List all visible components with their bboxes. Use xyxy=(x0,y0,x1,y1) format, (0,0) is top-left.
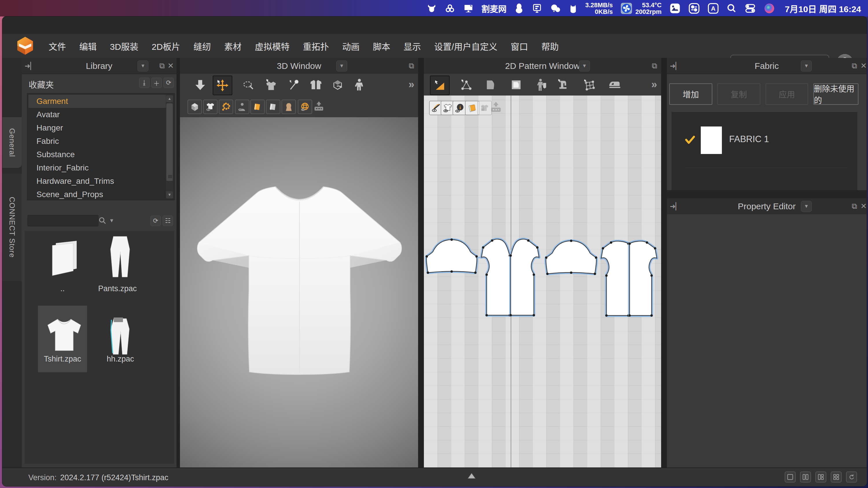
close-icon[interactable]: ✕ xyxy=(859,61,867,70)
menu-retopology[interactable]: 重拓扑 xyxy=(303,40,329,52)
fabric-panel-header[interactable]: ➜▏ Fabric ▼ ⧉ ✕ xyxy=(667,58,867,74)
expand-timeline-icon[interactable] xyxy=(467,472,476,480)
avatar-skin-button[interactable] xyxy=(281,99,296,114)
refresh-icon[interactable]: ⟳ xyxy=(163,78,174,88)
menu-settings[interactable]: 设置/用户自定义 xyxy=(434,40,497,52)
layout-quad-button[interactable] xyxy=(831,471,842,483)
display-icon[interactable] xyxy=(463,3,474,14)
siri-icon[interactable] xyxy=(764,3,775,14)
screen-share-icon[interactable] xyxy=(531,3,542,14)
file-label[interactable]: Pants.zpac xyxy=(86,284,149,293)
folder-garment[interactable]: Garment xyxy=(28,95,173,108)
3d-window-dropdown-button[interactable]: ▼ xyxy=(336,60,347,71)
tshirt-3d-model[interactable] xyxy=(180,117,418,467)
fabric-list-item[interactable]: FABRIC 1 xyxy=(672,124,857,158)
close-icon[interactable]: ✕ xyxy=(166,61,175,70)
pattern-pieces-canvas[interactable] xyxy=(424,95,661,467)
layout-two-pane-button[interactable] xyxy=(800,471,811,483)
menu-animation[interactable]: 动画 xyxy=(342,40,360,52)
layout-reset-button[interactable] xyxy=(846,471,857,483)
tab-general[interactable]: General xyxy=(2,117,22,168)
menubar-clock[interactable]: 7月10日 周四 16:24 xyxy=(785,2,861,15)
bull-icon[interactable] xyxy=(427,3,437,14)
folder-hardware-and-trims[interactable]: Hardware_and_Trims xyxy=(28,175,173,188)
scroll-up-icon[interactable]: ▲ xyxy=(166,95,173,102)
menu-sewing[interactable]: 缝纫 xyxy=(193,40,211,52)
list-view-icon[interactable]: ☷ xyxy=(163,216,173,226)
tshirt-thumbnail[interactable] xyxy=(42,315,86,355)
fan-widget[interactable]: 53.4°C 2002rpm xyxy=(620,3,662,14)
fabric-delete-unused-button[interactable]: 删除未使用的 xyxy=(813,83,859,105)
network-speed[interactable]: 3.28MB/s 0KB/s xyxy=(585,2,613,15)
select-garment-tool[interactable] xyxy=(262,75,280,94)
menu-avatar[interactable]: 虚拟模特 xyxy=(255,40,290,52)
popout-icon[interactable]: ⧉ xyxy=(850,61,859,70)
create-rectangle-tool[interactable] xyxy=(507,75,525,94)
tab-connect-store[interactable]: CONNECT Store xyxy=(2,174,22,281)
simulate-button[interactable] xyxy=(191,75,210,94)
arrange-clothes-tool[interactable] xyxy=(307,75,325,94)
menu-3d-garment[interactable]: 3D服装 xyxy=(110,40,138,52)
edit-pattern-tool[interactable] xyxy=(457,75,476,94)
search-icon[interactable] xyxy=(98,216,106,224)
select-lasso-tool[interactable] xyxy=(239,75,257,94)
fabric-dropdown-button[interactable]: ▼ xyxy=(801,60,812,71)
close-icon[interactable]: ✕ xyxy=(859,202,867,210)
menu-window[interactable]: 窗口 xyxy=(511,40,528,52)
library-dropdown-button[interactable]: ▼ xyxy=(137,60,148,71)
pants-thumbnail[interactable] xyxy=(104,234,136,280)
menu-help[interactable]: 帮助 xyxy=(541,40,559,52)
pattern-on-avatar-tool[interactable] xyxy=(532,75,551,94)
folder-substance[interactable]: Substance xyxy=(28,148,173,161)
pattern-piece-back-body[interactable] xyxy=(601,241,657,317)
wechat-icon[interactable] xyxy=(550,3,561,14)
download-icon[interactable]: ⭳ xyxy=(139,78,150,88)
library-header[interactable]: ➜▏ Library ▼ ⧉ ✕ xyxy=(22,58,177,74)
pattern-piece-front-body[interactable] xyxy=(482,239,539,316)
menu-edit[interactable]: 编辑 xyxy=(79,40,97,52)
show-3d-grid-button[interactable] xyxy=(298,99,312,114)
folder-avatar[interactable]: Avatar xyxy=(28,108,173,121)
gemai-app-label[interactable]: 割麦网 xyxy=(482,2,507,14)
file-label[interactable]: .. xyxy=(31,284,94,293)
avatar-display-tool[interactable] xyxy=(350,75,369,94)
show-keyboard-shortcuts-button[interactable] xyxy=(312,99,326,114)
property-dropdown-button[interactable]: ▼ xyxy=(801,201,812,212)
layout-one-plus-two-button[interactable] xyxy=(815,471,826,483)
3d-viewport[interactable] xyxy=(180,117,418,467)
property-editor-header[interactable]: ➜▏ Property Editor ▼ ⧉ ✕ xyxy=(667,198,867,214)
show-garment-button[interactable] xyxy=(203,99,218,114)
2d-pattern-viewport[interactable]: i xyxy=(424,95,661,467)
pattern-piece-sleeve-left[interactable] xyxy=(426,239,478,274)
menu-display[interactable]: 显示 xyxy=(404,40,421,52)
fabric-apply-button[interactable]: 应用 xyxy=(766,83,808,105)
scroll-down-icon[interactable]: ▼ xyxy=(166,191,173,198)
select-move-tool-active[interactable] xyxy=(213,75,232,95)
refresh-files-icon[interactable]: ⟳ xyxy=(151,216,161,226)
3d-window-header[interactable]: 3D Window ▼ ⧉ xyxy=(180,58,418,74)
add-icon[interactable]: ＋ xyxy=(151,78,162,88)
more-tools-chevron[interactable]: » xyxy=(651,79,657,91)
library-search-input[interactable] xyxy=(28,215,98,226)
transform-pattern-tool-active[interactable] xyxy=(430,75,450,95)
folder-interior-fabric[interactable]: Interior_Fabric xyxy=(28,161,173,175)
spotlight-icon[interactable] xyxy=(726,3,737,14)
layout-single-view-button[interactable] xyxy=(785,471,796,483)
window-titlebar[interactable] xyxy=(2,17,867,34)
grading-grid-tool[interactable] xyxy=(580,75,598,94)
popout-icon[interactable]: ⧉ xyxy=(407,61,416,70)
folder-hanger[interactable]: Hanger xyxy=(28,121,173,134)
scrollbar[interactable]: ▲ ▼ xyxy=(166,95,173,199)
iron-tool[interactable] xyxy=(606,75,624,94)
show-avatar-button[interactable] xyxy=(235,99,249,114)
fabric-swatch[interactable] xyxy=(701,126,722,154)
panel-collapse-strip[interactable] xyxy=(661,58,667,467)
file-label[interactable]: hh.zpac xyxy=(89,355,152,364)
sewing-tool[interactable] xyxy=(554,75,572,94)
menu-file[interactable]: 文件 xyxy=(49,40,66,52)
scrollbar-thumb[interactable] xyxy=(166,103,173,181)
qq-penguin-icon[interactable] xyxy=(514,3,524,14)
fabric-copy-button[interactable]: 复制 xyxy=(717,83,761,105)
menu-material[interactable]: 素材 xyxy=(224,40,242,52)
search-filter-dropdown-icon[interactable]: ▼ xyxy=(109,218,114,224)
